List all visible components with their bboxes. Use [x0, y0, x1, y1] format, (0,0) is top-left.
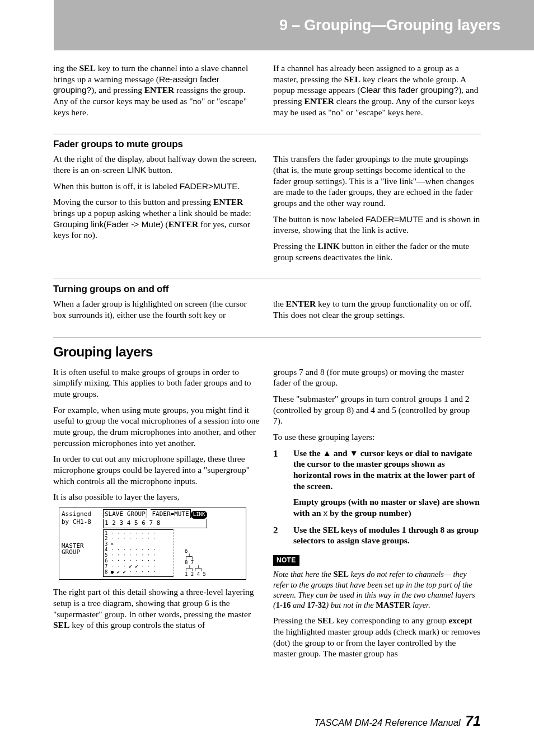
layers-right-p4: Pressing the SEL key corresponding to an…	[273, 615, 481, 659]
cont-right-p1: If a channel has already been assigned t…	[273, 63, 481, 118]
fader-left-p1: At the right of the display, about halfw…	[53, 153, 261, 175]
layers-left-p2: For example, when using mute groups, you…	[53, 405, 261, 449]
fader-left-p3: Moving the cursor to this button and pre…	[53, 196, 261, 241]
step-1: 1 Use the ▲ and ▼ cursor keys or dial to…	[273, 448, 481, 519]
fader-right-p3: Pressing the LINK button in either the f…	[273, 241, 481, 262]
fader-right-p2: The button is now labeled FADER=MUTE and…	[273, 214, 481, 236]
layers-left-p3: In order to cut out any microphone spill…	[53, 453, 261, 486]
layers-columns: It is often useful to make groups of gro…	[53, 367, 481, 664]
layers-heading: Grouping layers	[53, 344, 481, 360]
major-rule	[53, 337, 481, 337]
turning-left: When a fader group is highlighted on scr…	[53, 298, 261, 325]
link-icon: LINK	[191, 511, 208, 518]
note-label: NOTE	[273, 555, 299, 566]
page-footer: TASCAM DM-24 Reference Manual 71	[0, 713, 534, 729]
section-rule-2	[53, 279, 481, 279]
page-number: 71	[465, 713, 481, 729]
turning-right-p1: the ENTER key to turn the group function…	[273, 298, 481, 320]
tree-diagram: 6 ┌┴┐ 8 7 ┌┴┐┌┴┐ 1 2 4 5	[174, 529, 206, 577]
turning-columns: When a fader group is highlighted on scr…	[53, 298, 481, 325]
layers-right-p1: groups 7 and 8 (for mute groups) or movi…	[273, 367, 481, 388]
section-rule	[53, 134, 481, 134]
continuation-columns: ing the SEL key to turn the channel into…	[53, 63, 481, 123]
fader-right-p1: This transfers the fader groupings to th…	[273, 153, 481, 208]
fader-left-p2: When this button is off, it is labeled F…	[53, 181, 261, 192]
step-2: 2 Use the SEL keys of modules 1 through …	[273, 524, 481, 546]
turning-left-p1: When a fader group is highlighted on scr…	[53, 298, 261, 320]
fader-heading: Fader groups to mute groups	[53, 139, 481, 150]
fader-columns: At the right of the display, about halfw…	[53, 153, 481, 267]
turning-right: the ENTER key to turn the group function…	[273, 298, 481, 325]
fader-right: This transfers the fader groupings to th…	[273, 153, 481, 267]
note-body: Note that here the SEL keys do not refer…	[273, 569, 481, 610]
layers-right: groups 7 and 8 (for mute groups) or movi…	[273, 367, 481, 664]
step-2-num: 2	[273, 524, 282, 537]
layers-left-p1: It is often useful to make groups of gro…	[53, 367, 261, 400]
cont-left-p1: ing the SEL key to turn the channel into…	[53, 63, 261, 118]
fader-left: At the right of the display, about halfw…	[53, 153, 261, 267]
chapter-title: 9 – Grouping—Grouping layers	[279, 17, 500, 34]
col-right: If a channel has already been assigned t…	[273, 63, 481, 123]
turning-heading: Turning groups on and off	[53, 284, 481, 295]
layers-right-p2: These "submaster" groups in turn control…	[273, 393, 481, 426]
step-1-body: Use the ▲ and ▼ cursor keys or dial to n…	[293, 448, 481, 519]
grouping-matrix-figure: Assigned by CH1-8 SLAVE GROUP FADER=MUTE…	[59, 508, 246, 580]
col-left: ing the SEL key to turn the channel into…	[53, 63, 261, 123]
layers-left-p4: It is also possible to layer the layers,	[53, 491, 261, 503]
step-2-body: Use the SEL keys of modules 1 through 8 …	[293, 524, 481, 546]
page-content: ing the SEL key to turn the channel into…	[0, 50, 534, 748]
chapter-header-band: 9 – Grouping—Grouping layers	[54, 0, 534, 50]
step-1-num: 1	[273, 448, 282, 460]
footer-text: TASCAM DM-24 Reference Manual	[315, 717, 461, 727]
layers-left: It is often useful to make groups of gro…	[53, 367, 261, 664]
layers-right-p3: To use these grouping layers:	[273, 431, 481, 443]
layers-left-p5: The right part of this detail showing a …	[53, 586, 261, 631]
